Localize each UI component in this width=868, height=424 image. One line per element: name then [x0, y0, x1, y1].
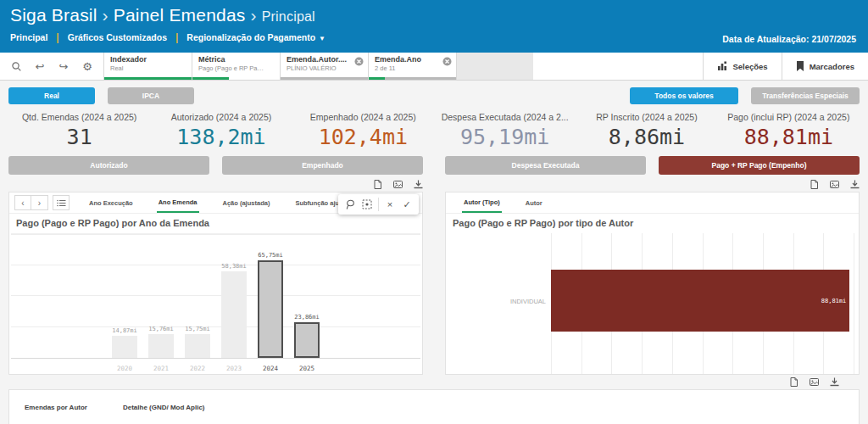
- export-image-button[interactable]: [810, 377, 819, 387]
- y-axis-label: INDIVIDUAL: [510, 297, 546, 304]
- image-icon: [393, 180, 403, 189]
- toggle-ipca-button[interactable]: IPCA: [108, 87, 194, 104]
- selections-button[interactable]: Seleções: [703, 53, 781, 80]
- tab-emendas-por-autor[interactable]: Emendas por Autor: [25, 404, 87, 411]
- x-axis-label: 2023: [221, 365, 247, 372]
- lasso-button[interactable]: [342, 196, 359, 213]
- toggle-transferencias-button[interactable]: Transferências Especiais: [751, 87, 860, 104]
- document-icon: [373, 180, 382, 189]
- breadcrumb-separator: ›: [103, 5, 108, 25]
- nav-divider: |: [56, 31, 58, 43]
- chip-value-label: Pago (Pago e RP Pago): [198, 64, 275, 72]
- bookmark-icon: [796, 61, 804, 71]
- lasso-icon: [345, 199, 355, 209]
- nav-item-graficos-customizados[interactable]: Gráficos Customizados: [68, 32, 167, 42]
- tab-autor[interactable]: Autor: [524, 194, 544, 212]
- export-pdf-button[interactable]: [789, 377, 798, 387]
- check-icon: ✓: [403, 199, 410, 210]
- toolbar-right-group: Seleções Marcadores: [703, 53, 868, 80]
- chip-field-label: Emenda.Ano: [375, 55, 451, 64]
- measure-pago-button[interactable]: Pago + RP Pago (Empenho): [659, 156, 860, 175]
- tab-scroll-left-button[interactable]: ‹: [14, 195, 31, 210]
- toggle-todos-valores-button[interactable]: Todos os valores: [630, 87, 738, 104]
- export-data-button[interactable]: [830, 377, 839, 387]
- kpi-value: 8,86mi: [576, 125, 717, 149]
- bar-2021[interactable]: 15,76mi: [148, 239, 174, 358]
- bar-2025[interactable]: 23,86mi: [294, 239, 320, 358]
- charts-row: ‹ › Ano Execução Ano Emenda Ação (ajusta…: [8, 192, 860, 375]
- filter-chip-strip: Indexador Real Métrica Pago (Pago e RP P…: [103, 53, 533, 80]
- export-image-button[interactable]: [393, 180, 403, 189]
- export-image-button[interactable]: [830, 180, 839, 189]
- bar-rect[interactable]: [221, 271, 247, 358]
- bar-2024[interactable]: 65,75mi: [258, 239, 283, 358]
- tab-autor-tipo[interactable]: Autor (Tipo): [462, 193, 502, 213]
- step-back-button[interactable]: ↩: [31, 57, 49, 75]
- chip-value-label: 2 de 11: [375, 64, 451, 72]
- tab-acao-ajustada[interactable]: Ação (ajustada): [221, 194, 272, 212]
- bookmarks-button[interactable]: Marcadores: [782, 53, 868, 80]
- bar-value-label: 15,75mi: [185, 326, 210, 332]
- bar-INDIVIDUAL[interactable]: 88,81mi: [551, 270, 849, 332]
- confirm-selection-button[interactable]: ✓: [398, 196, 415, 213]
- undo-arrow-icon: ↩: [36, 60, 45, 73]
- chart-export-row: [8, 176, 860, 192]
- tab-detalhe-gnd[interactable]: Detalhe (GND/ Mod Aplic): [123, 404, 205, 411]
- bar-rect[interactable]: [148, 334, 174, 358]
- clear-selections-button[interactable]: ⚙: [78, 57, 97, 75]
- bookmarks-label: Marcadores: [810, 62, 854, 71]
- measure-despesa-button[interactable]: Despesa Executada: [445, 156, 646, 175]
- bar-2022[interactable]: 15,75mi: [185, 239, 210, 358]
- measure-empenhado-button[interactable]: Empenhado: [222, 156, 423, 175]
- selection-tools: ↩ ↪ ⚙: [0, 53, 103, 80]
- breadcrumb-app: Siga Brasil: [10, 5, 97, 25]
- bar-2020[interactable]: 14,87mi: [112, 239, 137, 358]
- hbar-chart-plot: INDIVIDUAL88,81mi: [448, 233, 857, 374]
- selections-tool-icon: [717, 61, 727, 71]
- bar-rect[interactable]: [112, 336, 137, 358]
- y-axis-label-column: INDIVIDUAL: [448, 233, 551, 374]
- nav-item-principal[interactable]: Principal: [10, 32, 47, 42]
- tab-scroll-right-button[interactable]: ›: [31, 195, 48, 210]
- right-chart-panel: Autor (Tipo) Autor Pago (Pago e RP Pago)…: [445, 192, 860, 375]
- tab-list-button[interactable]: [53, 195, 70, 210]
- nav-item-regionalizacao[interactable]: Regionalização do Pagamento▼: [186, 32, 326, 42]
- filter-chip-metrica[interactable]: Métrica Pago (Pago e RP Pago): [192, 53, 281, 80]
- bar-rect[interactable]: [185, 334, 210, 358]
- step-forward-button[interactable]: ↪: [54, 57, 73, 75]
- export-pdf-button[interactable]: [373, 180, 382, 189]
- measure-autorizado-button[interactable]: Autorizado: [8, 156, 209, 175]
- export-pdf-button[interactable]: [810, 180, 819, 189]
- filter-chip-emenda-autor[interactable]: Emenda.Autor.... PLÍNIO VALÉRIO: [281, 53, 369, 80]
- kpi-value: 31: [8, 125, 150, 149]
- export-data-button[interactable]: [414, 180, 423, 189]
- bar-value-label: 88,81mi: [821, 298, 850, 304]
- gear-icon: ⚙: [82, 60, 92, 73]
- gridline: [854, 233, 854, 374]
- left-panel-tab-bar: ‹ › Ano Execução Ano Emenda Ação (ajusta…: [9, 192, 422, 214]
- tab-ano-execucao[interactable]: Ano Execução: [87, 194, 135, 212]
- filter-chip-emenda-ano[interactable]: Emenda.Ano 2 de 11: [369, 53, 457, 80]
- tab-ano-emenda[interactable]: Ano Emenda: [157, 193, 199, 213]
- smart-search-button[interactable]: [7, 57, 25, 75]
- document-icon: [789, 377, 798, 387]
- close-icon[interactable]: [442, 57, 452, 66]
- close-icon[interactable]: [354, 57, 364, 66]
- toolbar-divider: [378, 198, 379, 211]
- selection-confirm-toolbar: × ✓: [338, 194, 419, 215]
- filter-chip-indexador[interactable]: Indexador Real: [104, 53, 192, 80]
- x-axis-label: 2021: [148, 365, 174, 372]
- breadcrumb-separator: ›: [251, 5, 257, 25]
- bar-2023[interactable]: 58,38mi: [221, 239, 247, 358]
- toggle-real-button[interactable]: Real: [8, 87, 95, 104]
- cancel-selection-button[interactable]: ×: [381, 196, 398, 213]
- hbar-track-area: 88,81mi: [551, 233, 854, 374]
- bar-rect[interactable]: [294, 322, 320, 358]
- export-data-button[interactable]: [850, 180, 860, 189]
- selection-mode-button[interactable]: [359, 196, 376, 213]
- x-axis-label: 2025: [294, 365, 320, 372]
- bar-rect[interactable]: [258, 260, 283, 358]
- image-icon: [830, 180, 839, 189]
- sheet-content: Real IPCA Todos os valores Transferência…: [0, 81, 868, 424]
- chip-value-label: PLÍNIO VALÉRIO: [287, 64, 363, 72]
